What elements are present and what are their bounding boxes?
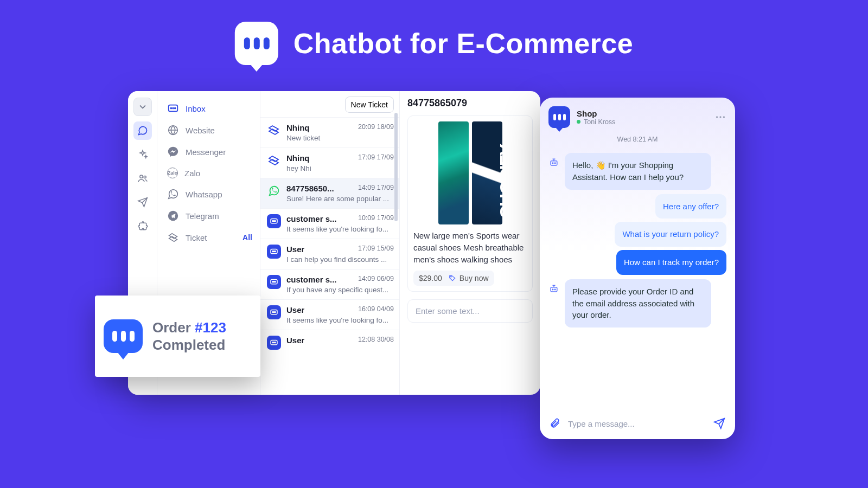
buy-now-button[interactable]: Buy now [449, 274, 489, 282]
widget-more-button[interactable] [714, 111, 726, 123]
ticket-list: Nhinq20:09 18/09New ticketNhinq17:09 17/… [260, 117, 399, 395]
svg-point-28 [450, 277, 451, 278]
ticket-item[interactable]: User12:08 30/08 [260, 330, 399, 355]
channel-label: Whatsapp [186, 190, 222, 199]
telegram-icon [167, 210, 179, 222]
user-quick-reply[interactable]: What is your return policy? [615, 222, 726, 247]
svg-point-15 [275, 251, 276, 252]
rail-send-button[interactable] [133, 193, 152, 211]
channel-label: Messenger [186, 147, 226, 157]
svg-point-4 [173, 108, 174, 109]
detail-composer[interactable]: Enter some text... [407, 299, 533, 323]
channel-telegram[interactable]: Telegram [165, 205, 254, 227]
ticket-name: customer s... [286, 214, 337, 223]
bot-badge-icon [104, 319, 143, 353]
whatsapp-icon [167, 188, 179, 200]
rail-contacts-button[interactable] [133, 169, 152, 188]
channel-label: Zalo [184, 169, 200, 178]
ticket-name: Nhinq [286, 153, 310, 163]
ticket-preview: I can help you find discounts ... [286, 255, 394, 264]
widget-body: Hello, 👋 I'm your Shopping Assistant. Ho… [540, 149, 735, 410]
ticket-preview: It seems like you're looking fo... [286, 225, 394, 233]
svg-point-1 [144, 176, 146, 178]
channel-label: Inbox [186, 104, 206, 113]
channel-label: Ticket [186, 233, 207, 242]
rail-sparkle-button[interactable] [133, 145, 152, 164]
tag-icon [449, 274, 456, 282]
svg-point-23 [275, 312, 276, 313]
bot-icon [267, 214, 281, 228]
widget-timestamp: Wed 8:21 AM [540, 136, 735, 143]
hero-logo-icon [235, 22, 278, 65]
attach-button[interactable] [550, 418, 560, 429]
channel-inbox[interactable]: Inbox [165, 98, 254, 119]
ticket-preview: hey Nhi [286, 164, 394, 172]
rail-extension-button[interactable] [133, 217, 152, 235]
svg-point-36 [552, 289, 553, 290]
online-dot-icon [577, 120, 580, 124]
svg-point-31 [723, 116, 725, 118]
messenger-icon [167, 146, 179, 158]
svg-point-3 [170, 108, 171, 109]
widget-shop-name: Shop [577, 109, 708, 118]
ticket-name: Nhinq [286, 123, 310, 132]
ticket-item[interactable]: User16:09 04/09It seems like you're look… [260, 299, 399, 330]
channel-ticket[interactable]: Ticket All [165, 227, 254, 248]
channel-label: Website [186, 126, 215, 135]
ticket-time: 10:09 17/09 [358, 214, 394, 223]
hero: Chatbot for E-Commerce [235, 22, 633, 65]
bot-icon [267, 245, 281, 259]
ticket-name: 847758650... [286, 184, 334, 193]
ticket-pane: New Ticket Nhinq20:09 18/09New ticketNhi… [260, 91, 399, 395]
ticket-time: 16:09 04/09 [358, 305, 394, 314]
ticket-item[interactable]: 847758650...14:09 17/09Sure! Here are so… [260, 178, 399, 208]
ticket-item[interactable]: Nhinq17:09 17/09hey Nhi [260, 147, 399, 178]
ticket-filter-all[interactable]: All [242, 233, 252, 242]
user-message: How can I track my order? [616, 250, 726, 275]
channel-whatsapp[interactable]: Whatsapp [165, 183, 254, 205]
bot-icon [548, 157, 559, 168]
send-button[interactable] [713, 418, 725, 429]
new-ticket-button[interactable]: New Ticket [345, 97, 394, 113]
bot-icon [267, 336, 281, 350]
inbox-icon [167, 102, 179, 114]
svg-rect-32 [551, 161, 557, 165]
svg-point-34 [554, 163, 556, 164]
svg-point-37 [554, 289, 556, 290]
product-price: $29.00 [419, 274, 442, 282]
channel-messenger[interactable]: Messenger [165, 141, 254, 163]
ticket-name: User [286, 336, 304, 345]
channel-label: Telegram [186, 211, 219, 221]
widget-input-field[interactable]: Type a message... [568, 419, 706, 428]
buy-now-label: Buy now [459, 274, 489, 282]
rail-collapse-button[interactable] [133, 98, 152, 116]
zalo-icon: Zalo [167, 168, 178, 178]
widget-header: Shop Toni Kross [540, 98, 735, 132]
svg-point-27 [275, 342, 276, 343]
globe-icon [167, 124, 179, 136]
scrollbar-thumb[interactable] [394, 113, 398, 221]
channel-website[interactable]: Website [165, 119, 254, 141]
rail-chat-button[interactable] [133, 121, 152, 140]
ticket-time: 20:09 18/09 [358, 123, 394, 132]
widget-avatar-icon [548, 106, 570, 128]
ticket-item[interactable]: Nhinq20:09 18/09New ticket [260, 117, 399, 147]
ticket-item[interactable]: User17:09 15/09I can help you find disco… [260, 239, 399, 269]
detail-title: 84775865079 [407, 98, 533, 109]
detail-pane: 84775865079 SHOPIFY New large men's Spor… [399, 91, 540, 395]
widget-agent-status: Toni Kross [577, 118, 708, 126]
bot-icon [267, 305, 281, 319]
product-brand-art: SHOPIFY [496, 145, 502, 218]
svg-point-5 [175, 108, 176, 109]
ticket-preview: If you have any specific quest... [286, 286, 394, 294]
hero-title: Chatbot for E-Commerce [293, 27, 633, 60]
ticket-name: User [286, 305, 304, 314]
order-status-text: Order #123 Completed [152, 319, 226, 354]
svg-point-29 [716, 116, 718, 118]
ticket-preview: Sure! Here are some popular ... [286, 195, 394, 203]
ticket-item[interactable]: customer s...14:09 06/09If you have any … [260, 269, 399, 299]
svg-point-30 [719, 116, 721, 118]
user-quick-reply[interactable]: Here any offer? [655, 194, 726, 219]
channel-zalo[interactable]: Zalo Zalo [165, 163, 254, 183]
ticket-item[interactable]: customer s...10:09 17/09It seems like yo… [260, 208, 399, 239]
